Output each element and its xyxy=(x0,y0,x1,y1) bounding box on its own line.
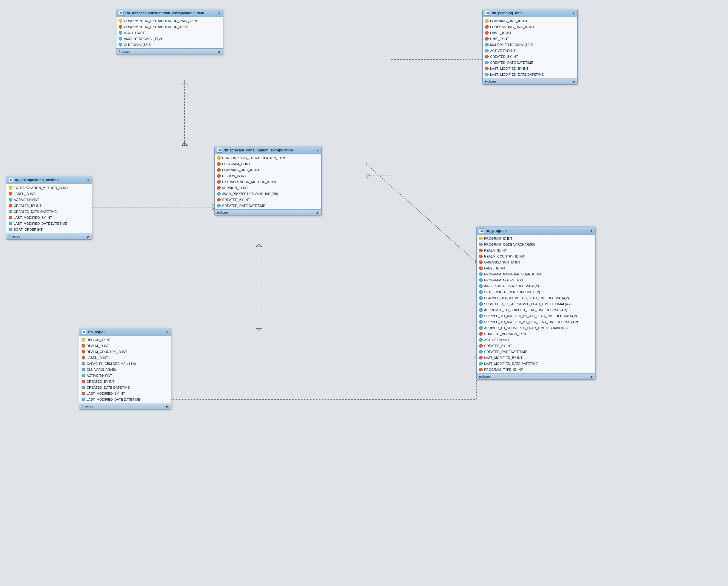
indexes-bar[interactable]: Indexes ▶ xyxy=(215,209,321,216)
svg-line-24 xyxy=(366,164,476,262)
field-text: CREATED_DATE DATETIME xyxy=(484,350,527,353)
table-body: PROGRAM_ID INT PROGRAM_CODE VARCHAR(50) … xyxy=(477,235,595,373)
field-icon-blue xyxy=(217,192,220,196)
field-row: LABEL_ID INT xyxy=(6,191,92,197)
field-row: CONSUMPTION_EXTRAPOLATION_DATA_ID INT xyxy=(116,18,223,24)
svg-line-2 xyxy=(182,82,185,85)
fk-icon xyxy=(485,25,489,29)
field-row: PROGRAM_MANAGER_USER_ID INT xyxy=(477,271,595,277)
indexes-label: Indexes xyxy=(479,375,491,378)
field-row: UNIT_ID INT xyxy=(483,36,577,42)
field-row: SORT_ORDER INT xyxy=(6,226,92,233)
field-icon-blue xyxy=(479,308,483,312)
svg-line-22 xyxy=(256,328,259,332)
field-text: FORECASTING_UNIT_ID INT xyxy=(490,25,535,29)
field-icon-blue xyxy=(479,362,483,365)
table-name: rm_program xyxy=(486,228,507,233)
fk-icon xyxy=(82,392,85,395)
indexes-bar[interactable]: Indexes ▶ xyxy=(483,78,577,84)
field-row: LAST_MODIFIED_DATE DATETIME xyxy=(79,396,171,402)
field-text: MONTH DATE xyxy=(124,31,145,34)
field-row: ACTIVE TINYINT xyxy=(483,48,577,54)
field-icon-blue xyxy=(479,243,483,246)
field-icon-blue xyxy=(479,278,483,282)
field-row: CI DECIMAL(16,2) xyxy=(116,42,223,48)
indexes-expand[interactable]: ▶ xyxy=(316,211,319,214)
field-text: REALM_COUNTRY_ID INT xyxy=(87,350,127,353)
field-text: SHIPPED_TO_ARRIVED_BY_AIR_LEAD_TIME DECI… xyxy=(484,314,577,318)
fk-icon xyxy=(217,180,220,184)
fk-icon xyxy=(485,37,489,41)
indexes-expand[interactable]: ▶ xyxy=(87,235,89,238)
field-text: EXTRAPOLATION_METHOD_ID INT xyxy=(14,186,68,190)
field-icon-blue xyxy=(9,222,12,225)
pk-icon xyxy=(82,338,85,342)
field-text: PROGRAM_ID INT xyxy=(222,162,251,166)
field-text: REALM_ID INT xyxy=(484,249,507,252)
fk-icon xyxy=(485,55,489,58)
dropdown-arrow[interactable]: ▼ xyxy=(590,229,593,233)
fk-icon xyxy=(217,162,220,166)
indexes-bar[interactable]: Indexes ▶ xyxy=(477,373,595,380)
table-rm-forecast-consumption-extrapolation-data[interactable]: ▦ rm_forecast_consumption_extrapolation_… xyxy=(116,9,223,55)
indexes-bar[interactable]: Indexes ▶ xyxy=(79,403,171,409)
table-rm-region[interactable]: ▦ rm_region ▼ REGION_ID INT REALM_ID INT… xyxy=(79,328,171,410)
field-text: LABEL_ID INT xyxy=(14,192,35,196)
field-text: SEA_FREIGHT_PERC DECIMAL(5,2) xyxy=(484,290,540,294)
table-rm-planning-unit[interactable]: ▦ rm_planning_unit ▼ PLANNING_UNIT_ID IN… xyxy=(483,9,578,84)
fk-icon xyxy=(479,254,483,258)
pk-icon xyxy=(485,19,489,23)
field-text: MULTIPLIER DECIMAL(12,2) xyxy=(490,43,533,47)
field-row: CREATED_BY INT xyxy=(79,379,171,385)
field-icon-blue xyxy=(479,272,483,276)
indexes-expand[interactable]: ▶ xyxy=(166,405,168,408)
fk-icon xyxy=(9,216,12,219)
field-row: ORGANISATION_ID INT xyxy=(477,259,595,265)
field-text: VERSION_ID INT xyxy=(222,186,248,190)
dropdown-arrow[interactable]: ▼ xyxy=(87,178,89,182)
table-rm-program[interactable]: ▦ rm_program ▼ PROGRAM_ID INT PROGRAM_CO… xyxy=(476,226,596,380)
table-rm-forecast-consumption-extrapolation[interactable]: ▦ rm_forecast_consumption_extrapolation … xyxy=(214,146,321,216)
field-text: GLN VARCHAR(45) xyxy=(87,368,116,371)
field-text: REALM_COUNTRY_ID INT xyxy=(484,254,525,258)
field-row: ACTIVE TINYINT xyxy=(6,197,92,203)
table-header: ▦ rm_forecast_consumption_extrapolation … xyxy=(215,146,321,154)
field-text: SUBMITTED_TO_APPROVED_LEAD_TIME DECIMAL(… xyxy=(484,302,572,306)
field-row: PROGRAM_TYPE_ID INT xyxy=(477,367,595,372)
dropdown-arrow[interactable]: ▼ xyxy=(165,331,168,334)
pk-icon xyxy=(217,156,220,160)
pk-icon xyxy=(119,19,122,23)
field-text: CREATED_DATE DATETIME xyxy=(14,210,57,214)
indexes-expand[interactable]: ▶ xyxy=(218,50,220,53)
field-row: SEA_FREIGHT_PERC DECIMAL(5,2) xyxy=(477,289,595,295)
field-text: CREATED_DATE DATETIME xyxy=(222,204,265,207)
field-text: CREATED_BY INT xyxy=(87,380,114,383)
fk-icon xyxy=(479,267,483,270)
table-header: ▦ rm_program ▼ xyxy=(477,227,595,235)
field-icon-blue xyxy=(479,302,483,306)
table-ap-extrapolation-method[interactable]: ▦ ap_extrapolation_method ▼ EXTRAPOLATIO… xyxy=(6,176,92,240)
field-row: CONSUMPTION_EXTRAPOLATION_ID INT xyxy=(116,24,223,30)
field-row: REALM_ID INT xyxy=(477,247,595,253)
indexes-expand[interactable]: ▶ xyxy=(591,375,593,378)
field-text: REGION_ID INT xyxy=(87,338,111,342)
dropdown-arrow[interactable]: ▼ xyxy=(218,11,220,15)
indexes-expand[interactable]: ▶ xyxy=(573,80,575,83)
dropdown-arrow[interactable]: ▼ xyxy=(316,149,319,152)
field-text: ORGANISATION_ID INT xyxy=(484,261,520,264)
field-row: CAPACITY_CBM DECIMAL(14,4) xyxy=(79,361,171,367)
dropdown-arrow[interactable]: ▼ xyxy=(572,11,575,15)
field-icon-blue xyxy=(479,296,483,300)
field-row: REALM_ID INT xyxy=(79,343,171,349)
field-text: ACTIVE TINYINT xyxy=(14,198,39,201)
field-row: PLANNING_UNIT_ID INT xyxy=(215,167,321,173)
diagram-canvas: ▦ rm_forecast_consumption_extrapolation_… xyxy=(0,0,728,586)
field-text: LAST_MODIFIED_DATE DATETIME xyxy=(490,73,544,76)
field-text: LAST_MODIFIED_DATE DATETIME xyxy=(484,362,538,365)
indexes-bar[interactable]: Indexes ▶ xyxy=(116,48,223,54)
indexes-bar[interactable]: Indexes ▶ xyxy=(6,233,92,239)
field-row: CREATED_BY INT xyxy=(6,203,92,209)
field-icon-blue xyxy=(485,49,489,52)
field-text: PROGRAM_ID INT xyxy=(484,237,513,240)
field-row: PROGRAM_NOTES TEXT xyxy=(477,277,595,283)
